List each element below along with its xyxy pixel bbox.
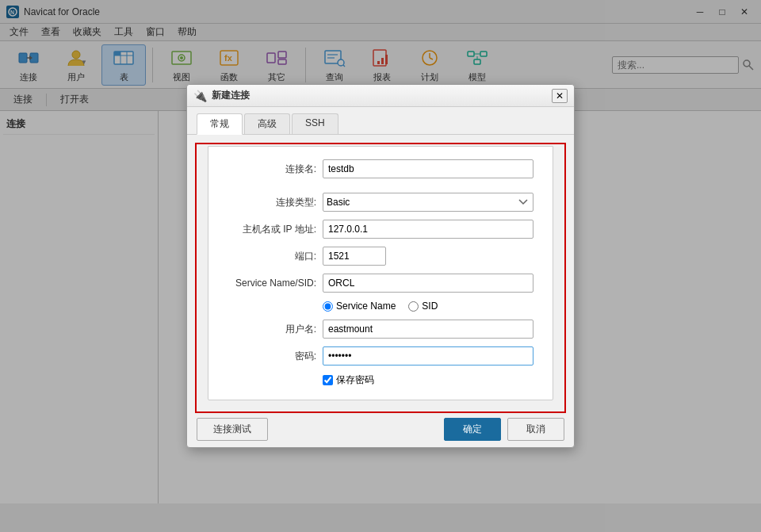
dialog-close-button[interactable]: ✕ (552, 89, 568, 103)
connection-type-select[interactable]: Basic TNS OS Authentication (323, 193, 533, 212)
service-label: Service Name/SID: (228, 277, 323, 289)
service-input[interactable] (323, 274, 533, 293)
service-type-row: Service Name SID (228, 300, 533, 312)
dialog-overlay: 🔌 新建连接 ✕ 常规 高级 SSH 连接名: (0, 0, 761, 532)
port-label: 端口: (228, 250, 323, 263)
service-name-radio[interactable] (323, 301, 333, 312)
sid-radio-text: SID (422, 300, 438, 312)
connection-name-label: 连接名: (228, 163, 323, 176)
service-type-radio-group: Service Name SID (323, 300, 533, 312)
service-row: Service Name/SID: (228, 274, 533, 293)
sid-radio-label[interactable]: SID (408, 300, 438, 312)
form-highlight-border: 连接名: 连接类型: Basic TNS OS Authentication (195, 143, 566, 413)
save-password-row: 保存密码 (323, 373, 533, 387)
username-input[interactable] (323, 320, 533, 339)
tab-ssh[interactable]: SSH (292, 113, 338, 134)
connection-name-input[interactable] (323, 159, 533, 178)
port-row: 端口: (228, 247, 533, 266)
connection-type-row: 连接类型: Basic TNS OS Authentication (228, 193, 533, 212)
username-label: 用户名: (228, 323, 323, 336)
dialog-form: 连接名: 连接类型: Basic TNS OS Authentication (208, 146, 553, 400)
password-label: 密码: (228, 350, 323, 363)
new-connection-dialog: 🔌 新建连接 ✕ 常规 高级 SSH 连接名: (186, 84, 575, 448)
dialog-footer-right: 确定 取消 (444, 418, 564, 441)
dialog-tabs: 常规 高级 SSH (187, 107, 574, 135)
dialog-footer: 连接测试 确定 取消 (187, 411, 574, 447)
username-row: 用户名: (228, 320, 533, 339)
dialog-title-icon: 🔌 (193, 90, 207, 102)
dialog-title-bar: 🔌 新建连接 ✕ (187, 85, 574, 107)
service-name-radio-text: Service Name (336, 300, 396, 312)
save-password-checkbox[interactable] (323, 375, 333, 385)
host-row: 主机名或 IP 地址: (228, 220, 533, 239)
sid-radio[interactable] (408, 301, 419, 312)
service-name-radio-label[interactable]: Service Name (323, 300, 396, 312)
port-input[interactable] (323, 247, 386, 266)
test-connection-button[interactable]: 连接测试 (197, 418, 268, 441)
host-input[interactable] (323, 220, 533, 239)
connection-name-row: 连接名: (228, 159, 533, 178)
spacer-1 (228, 186, 533, 193)
save-password-label[interactable]: 保存密码 (336, 373, 374, 387)
connection-type-label: 连接类型: (228, 196, 323, 209)
host-label: 主机名或 IP 地址: (228, 223, 323, 236)
password-input[interactable] (323, 346, 533, 366)
cancel-button[interactable]: 取消 (507, 418, 564, 441)
password-row: 密码: (228, 346, 533, 366)
dialog-title: 新建连接 (212, 89, 552, 102)
tab-general[interactable]: 常规 (197, 113, 243, 135)
ok-button[interactable]: 确定 (444, 418, 501, 441)
tab-advanced[interactable]: 高级 (244, 113, 290, 134)
